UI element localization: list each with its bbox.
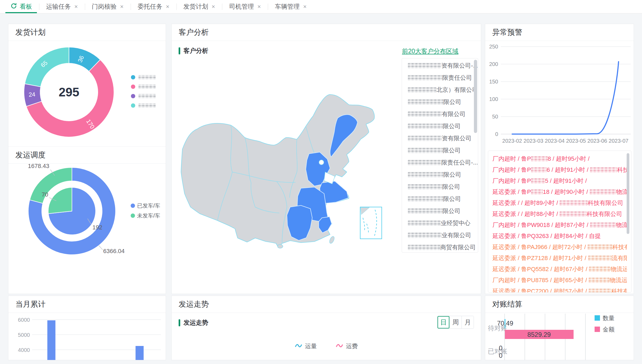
tab-close-icon[interactable]: ×	[303, 3, 307, 10]
alert-list-scrollbar[interactable]	[627, 153, 629, 234]
customer-list-item[interactable]: 限公司	[402, 205, 478, 217]
legend-item[interactable]	[131, 75, 156, 79]
trend-range-switcher: 日周月	[437, 316, 474, 329]
warning-line-chart[interactable]: 2502001501005002023-022023-032023-042023…	[485, 41, 634, 150]
tab-close-icon[interactable]: ×	[212, 3, 215, 10]
alert-text: 6 / 超时91小时 /	[547, 166, 590, 173]
redacted-company-prefix	[408, 172, 443, 177]
legend-item[interactable]	[131, 94, 156, 98]
legend-item[interactable]	[131, 85, 156, 89]
alert-item[interactable]: 厂内超时 / 鲁P6 / 超时91小时 / 科技有限公司	[492, 164, 627, 175]
tab-bar: 看板运输任务×门岗核验×委托任务×发货计划×司机管理×车辆管理×	[0, 0, 642, 13]
svg-text:100: 100	[489, 96, 498, 102]
svg-text:数量: 数量	[603, 315, 615, 321]
tab-close-icon[interactable]: ×	[257, 3, 261, 10]
company-name-suffix: 有限公司	[442, 110, 466, 118]
customer-list-item[interactable]: 限公司	[402, 193, 478, 205]
customer-list-item[interactable]: 限责任公司	[402, 72, 478, 84]
alert-text: 8 / 超时95小时 /	[548, 155, 589, 162]
alert-item[interactable]: 延迟委派 / 鲁P18 / 超时90小时 / 物流有限...	[492, 186, 627, 197]
customer-list-item[interactable]: 限公司	[402, 96, 478, 108]
company-name-suffix: 限公司	[443, 207, 460, 215]
customer-list-item[interactable]: 业经贸中心	[402, 217, 478, 229]
range-button[interactable]: 周	[449, 316, 461, 328]
customer-list-item[interactable]: 限公司	[402, 181, 478, 193]
china-map[interactable]	[174, 91, 395, 249]
tab-item[interactable]: 看板	[3, 0, 39, 13]
alert-item[interactable]: 厂内超时 / 鲁PW9018 / 超时87小时 / 物流有限...	[492, 219, 627, 230]
tab-close-icon[interactable]: ×	[120, 3, 124, 10]
taiwan-island	[329, 236, 335, 244]
tab-label: 车辆管理	[275, 2, 300, 11]
alert-item[interactable]: 厂内超时 / 鲁P8 / 超时95小时 /	[492, 153, 627, 164]
company-name-suffix: 北京）有限公司	[436, 86, 478, 94]
redacted-alert-text	[588, 256, 612, 261]
trend-legend-item[interactable]: 运量	[295, 342, 317, 350]
tab-item[interactable]: 门岗核验×	[85, 0, 131, 13]
redacted-company-prefix	[408, 196, 443, 202]
panel-title-trend: 发运走势	[172, 296, 481, 313]
alert-text: 延迟委派 / / 超时89小时 /	[492, 200, 560, 206]
customer-list-item[interactable]: 业有限公司	[402, 229, 478, 241]
svg-text:295: 295	[59, 85, 79, 99]
alert-item[interactable]: 厂内超时 / 鲁P5 / 超时91小时 /	[492, 175, 627, 186]
redacted-alert-text	[531, 189, 543, 195]
customer-list-item[interactable]: 商贸有限公司	[402, 241, 478, 253]
panel-shipping-plan: 发货计划 361702465295 发运调度 1678.43701926366.…	[8, 24, 166, 294]
alert-text: 厂内超时 / 鲁PW9018 / 超时87小时 /	[492, 222, 590, 228]
redacted-company-prefix	[408, 99, 443, 105]
range-button[interactable]: 日	[438, 316, 449, 328]
trend-legend-item[interactable]: 运费	[336, 342, 358, 350]
redacted-alert-text	[590, 189, 616, 195]
company-name-suffix: 业经贸中心	[441, 219, 470, 227]
redacted-company-prefix	[408, 233, 442, 238]
customer-list-item[interactable]: 有限公司	[402, 108, 478, 120]
tab-label: 运输任务	[46, 2, 71, 11]
dispatch-donut-chart[interactable]: 1678.43701926366.04已发车/车未发车/车	[8, 163, 166, 294]
customer-list-item[interactable]: 限公司	[402, 144, 478, 156]
svg-text:5000: 5000	[18, 332, 30, 338]
legend-item[interactable]	[131, 103, 156, 108]
alert-item[interactable]: 延迟委派 / / 超时89小时 / 科技有限公司	[492, 197, 627, 208]
company-name-suffix: 限公司	[442, 183, 460, 191]
tab-item[interactable]: 司机管理×	[222, 0, 268, 13]
panel-settlement: 对账结算 待对账已对账70.498529.2900数量金额	[485, 296, 634, 360]
company-name-suffix: 商贸有限公司	[440, 243, 476, 251]
alert-item[interactable]: 厂内超时 / 鲁PU8785 / 超时65小时 / 物流运输有限...	[492, 275, 627, 286]
redacted-company-prefix	[408, 111, 442, 117]
customer-list-item[interactable]: 资有限公司-...	[402, 60, 478, 72]
redacted-legend-label	[138, 85, 156, 89]
tab-close-icon[interactable]: ×	[74, 3, 78, 10]
alert-item[interactable]: 延迟委派 / 鲁PC7200 / 超时57小时 / 科技有限公司	[492, 286, 627, 293]
customer-list-item[interactable]: 资有限公司	[402, 132, 478, 144]
customer-list-item[interactable]: 北京）有限公司	[402, 84, 478, 96]
beijing-region	[319, 160, 324, 165]
alert-item[interactable]: 延迟委派 / 鲁PZ7128 / 超时71小时 / 流有限公司	[492, 253, 627, 264]
redacted-company-prefix	[408, 87, 436, 93]
shipping-plan-legend	[131, 75, 156, 113]
settlement-bar-chart[interactable]: 待对账已对账70.498529.2900数量金额	[485, 313, 634, 360]
alert-text: 科技有限公司	[588, 200, 623, 206]
customer-section-header: 客户分析	[179, 47, 208, 55]
refresh-icon[interactable]	[10, 2, 17, 11]
tab-item[interactable]: 运输任务×	[39, 0, 85, 13]
top20-customers-link[interactable]: 前20大客户分布区域	[402, 47, 459, 55]
customer-list-item[interactable]: 限公司	[402, 169, 478, 181]
customer-list-item[interactable]: 限公司	[402, 120, 478, 132]
range-button[interactable]: 月	[461, 316, 474, 328]
customer-list-item[interactable]: 限责任公司-...	[402, 156, 478, 169]
alert-item[interactable]: 延迟委派 / / 超时88小时 / 科技有限公司	[492, 208, 627, 219]
redacted-alert-text	[590, 167, 617, 173]
company-name-suffix: 限公司	[443, 146, 461, 155]
alert-item[interactable]: 延迟委派 / 鲁PAJ966 / 超时72小时 / 科技有限公司	[492, 242, 627, 253]
monthly-bar-chart[interactable]: 600050004000	[8, 313, 166, 360]
tab-close-icon[interactable]: ×	[166, 3, 169, 10]
svg-text:2023-03: 2023-03	[523, 138, 543, 144]
tab-item[interactable]: 委托任务×	[131, 0, 176, 13]
tab-item[interactable]: 车辆管理×	[268, 0, 314, 13]
alert-item[interactable]: 延迟委派 / 鲁PQ3263 / 超时84小时 / 自提	[492, 230, 627, 242]
tab-item[interactable]: 发货计划×	[176, 0, 222, 13]
wave-icon	[295, 343, 302, 350]
alert-item[interactable]: 延迟委派 / 鲁PQ5582 / 超时67小时 / 物流运输有限...	[492, 264, 627, 275]
customer-list-scrollbar[interactable]	[474, 60, 477, 133]
